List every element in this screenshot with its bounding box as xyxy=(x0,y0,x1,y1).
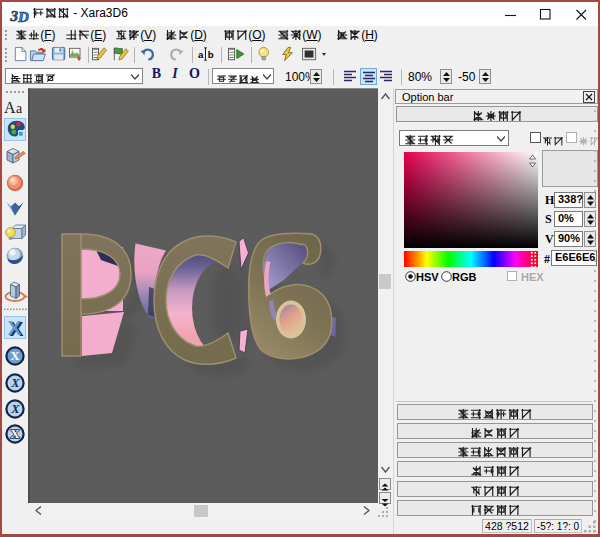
svg-text:X: X xyxy=(8,316,22,339)
svg-text:a: a xyxy=(198,49,204,60)
svg-text:A: A xyxy=(4,99,16,116)
svg-text:b: b xyxy=(208,49,214,60)
svg-text:D: D xyxy=(17,9,29,25)
svg-text:X: X xyxy=(10,349,19,363)
svg-text:X: X xyxy=(10,402,20,416)
svg-text:X: X xyxy=(10,376,20,390)
svg-text:a: a xyxy=(16,101,23,116)
svg-text:X: X xyxy=(10,427,19,441)
